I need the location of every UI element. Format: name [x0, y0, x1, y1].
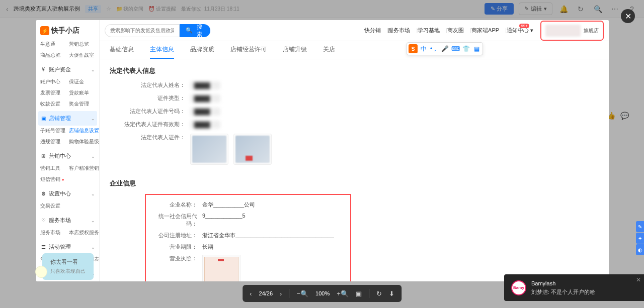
- sidebar-item[interactable]: 大促作战室: [68, 50, 97, 60]
- info-label: 法定代表人姓名：: [110, 81, 190, 89]
- ime-skin-icon[interactable]: 👕: [461, 44, 470, 53]
- ime-mic-icon[interactable]: 🎤: [440, 44, 449, 53]
- info-label: 法定代表人证件号码：: [110, 108, 190, 115]
- info-label: 公司注册地址：: [152, 232, 202, 239]
- store-indicator[interactable]: 旗舰店: [540, 21, 604, 41]
- sidebar-item[interactable]: 贷款账单: [68, 88, 97, 98]
- tab-0[interactable]: 基础信息: [110, 41, 134, 59]
- sogou-icon[interactable]: S: [409, 44, 418, 53]
- sidebar-group-5[interactable]: ♡服务市场⌃: [36, 213, 99, 228]
- info-tabs: 基础信息主体信息品牌资质店铺经营许可店铺升级关店: [100, 41, 609, 59]
- top-nav-link[interactable]: 商家端APP|: [471, 27, 507, 34]
- sidebar-item[interactable]: 客户精准营销: [68, 163, 97, 173]
- info-row: 法定代表人姓名：████: [110, 81, 599, 89]
- sidebar-group-4[interactable]: ⚙设置中心⌃: [36, 186, 99, 201]
- sidebar-group-1[interactable]: ¥账户资金⌃: [36, 62, 99, 77]
- main-content: 🔍 搜索 快分销|服务市场|学习基地|商友圈|商家端APP|通知中心 ▾99+ …: [100, 20, 609, 281]
- chat-bubble[interactable]: 你去看一看 只喜欢表现自己: [42, 253, 94, 280]
- top-nav-link[interactable]: 服务市场|: [388, 27, 418, 34]
- tab-5[interactable]: 关店: [323, 41, 335, 59]
- tab-3[interactable]: 店铺经营许可: [230, 41, 267, 59]
- sidebar-item[interactable]: 商家: [39, 281, 68, 281]
- search-input[interactable]: [105, 24, 180, 37]
- sidebar: ⚡ 快手小店 生意通营销总览商品总览大促作战室¥账户资金⌃账户中心保证金发票管理…: [36, 20, 100, 281]
- sidebar-item[interactable]: 店铺信息设置: [68, 126, 97, 136]
- sidebar-item[interactable]: 账户中心: [39, 77, 68, 87]
- zoom-out-button[interactable]: −🔍: [296, 290, 308, 297]
- top-nav-link[interactable]: 商友圈|: [447, 27, 471, 34]
- sidebar-item[interactable]: 推广者: [68, 281, 97, 281]
- tab-2[interactable]: 品牌资质: [190, 41, 214, 59]
- chat-avatar: [35, 266, 47, 278]
- sidebar-item[interactable]: 短信营销 ●: [39, 174, 68, 184]
- sidebar-item[interactable]: 发票管理: [39, 88, 68, 98]
- top-nav-link[interactable]: 快分销|: [364, 27, 388, 34]
- license-photo[interactable]: [202, 255, 240, 281]
- sidebar-item[interactable]: 奖金管理: [68, 99, 97, 109]
- toast-avatar: Bamy: [511, 280, 526, 295]
- rotate-button[interactable]: ↻: [376, 290, 382, 297]
- zoom-in-button[interactable]: +🔍: [337, 290, 349, 297]
- company-highlight-box: 企业名称：金华__________公司统一社会信用代码：9___________…: [145, 194, 351, 281]
- notification-toast[interactable]: ✕ Bamy Bamylash 刘梦洁: 不是个人开户的哈: [504, 274, 644, 301]
- sidebar-item[interactable]: 本店授权服务: [68, 228, 97, 238]
- chevron-up-icon: ⌃: [91, 116, 95, 121]
- chevron-up-icon: ⌃: [91, 218, 95, 223]
- sidebar-item[interactable]: 服务市场: [39, 228, 68, 238]
- sidebar-item[interactable]: 购物体验星级: [68, 137, 97, 147]
- search-button[interactable]: 🔍 搜索: [180, 24, 210, 37]
- sidebar-group-icon: ♡: [40, 218, 46, 224]
- info-value: 金华__________公司: [202, 201, 255, 209]
- float-tab-1[interactable]: ✎: [636, 221, 644, 232]
- top-nav-link[interactable]: 通知中心 ▾99+: [507, 27, 533, 34]
- info-label: 证件类型：: [110, 94, 190, 102]
- sidebar-item[interactable]: 商品总览: [39, 50, 68, 60]
- image-preview-modal: ⚡ 快手小店 生意通营销总览商品总览大促作战室¥账户资金⌃账户中心保证金发票管理…: [36, 20, 609, 281]
- ime-zh-icon[interactable]: 中: [419, 44, 428, 53]
- close-modal-button[interactable]: ✕: [621, 9, 635, 23]
- sidebar-group-icon: ☰: [40, 244, 46, 250]
- info-label: 法定代表人证件有效期：: [110, 121, 190, 128]
- sidebar-item[interactable]: 保证金: [68, 77, 97, 87]
- sidebar-item[interactable]: 交易设置: [39, 201, 68, 211]
- sidebar-group-icon: ⊞: [40, 153, 46, 159]
- sidebar-group-3[interactable]: ⊞营销中心⌃: [36, 149, 99, 163]
- tab-4[interactable]: 店铺升级: [283, 41, 307, 59]
- id-photo[interactable]: [233, 134, 272, 165]
- toast-close-button[interactable]: ✕: [636, 276, 641, 283]
- info-label: 营业期限：: [152, 243, 202, 251]
- tab-1[interactable]: 主体信息: [150, 41, 174, 59]
- toast-title: Bamylash: [531, 279, 595, 288]
- sidebar-group-icon: ▣: [40, 116, 46, 122]
- chevron-up-icon: ⌃: [91, 244, 95, 250]
- search-box: 🔍 搜索: [105, 24, 210, 37]
- sidebar-group-2[interactable]: ▣店铺管理⌃: [38, 111, 97, 126]
- float-tab-2[interactable]: ✦: [636, 233, 644, 244]
- viewer-toolbar: ‹ 24/26 › −🔍 100% +🔍 ▣ ↻ ⬇: [243, 285, 401, 302]
- app-logo[interactable]: ⚡ 快手小店: [36, 20, 99, 39]
- download-button[interactable]: ⬇: [389, 290, 394, 297]
- modal-overlay: ✕ ⚡ 快手小店 生意通营销总览商品总览大促作战室¥账户资金⌃账户中心保证金发票…: [0, 0, 644, 308]
- sidebar-item[interactable]: 生意通: [39, 39, 68, 49]
- next-page-button[interactable]: ›: [280, 290, 282, 297]
- float-right-tabs: ✎ ✦ ◐: [636, 221, 644, 255]
- ime-punct-icon[interactable]: •，: [430, 44, 439, 53]
- toast-message: 刘梦洁: 不是个人开户的哈: [531, 288, 595, 296]
- sidebar-group-6[interactable]: ☰活动管理⌃: [36, 240, 99, 254]
- sidebar-item[interactable]: 违规管理: [39, 137, 68, 147]
- sidebar-item[interactable]: 收款设置: [39, 99, 68, 109]
- id-photo[interactable]: [190, 134, 228, 165]
- ime-keyboard-icon[interactable]: ⌨: [451, 44, 460, 53]
- fit-button[interactable]: ▣: [356, 290, 362, 297]
- ime-toolbar[interactable]: S 中 •， 🎤 ⌨ 👕 ▦: [407, 42, 483, 55]
- sidebar-item[interactable]: 营销工具: [39, 163, 68, 173]
- prev-page-button[interactable]: ‹: [250, 290, 252, 297]
- float-tab-3[interactable]: ◐: [636, 244, 644, 255]
- ime-grid-icon[interactable]: ▦: [472, 44, 481, 53]
- sidebar-item[interactable]: 子账号管理: [39, 126, 68, 136]
- info-value: 9____________5: [202, 213, 246, 219]
- top-nav-link[interactable]: 学习基地|: [418, 27, 447, 34]
- sidebar-item[interactable]: 营销总览: [68, 39, 97, 49]
- zoom-level: 100%: [315, 290, 330, 296]
- info-row: 法定代表人证件：: [110, 134, 599, 165]
